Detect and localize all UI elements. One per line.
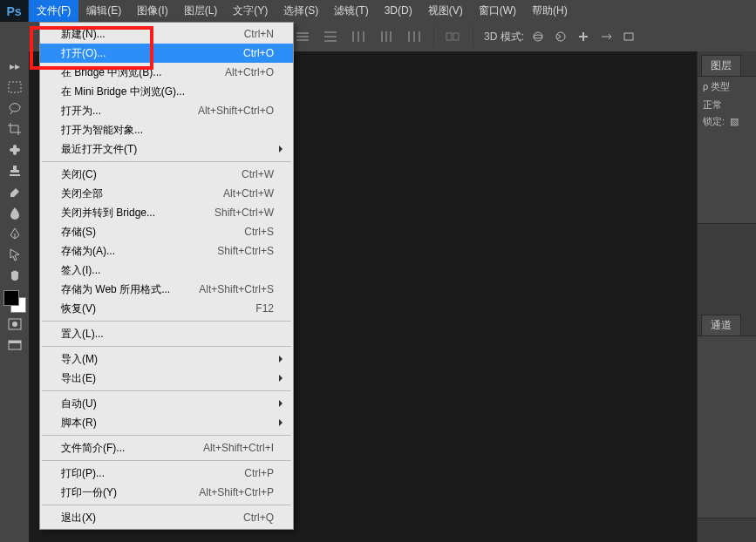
file-menu-item-10[interactable]: 关闭并转到 Bridge...Shift+Ctrl+W: [40, 203, 293, 222]
menu-item-label: 退出(X): [61, 511, 243, 525]
3d-orbit-icon[interactable]: [529, 29, 547, 44]
distribute-right-icon[interactable]: [405, 29, 423, 44]
menu-10[interactable]: 帮助(H): [524, 0, 576, 22]
menu-1[interactable]: 编辑(E): [78, 0, 129, 22]
svg-rect-25: [324, 36, 337, 37]
file-menu-dropdown: 新建(N)...Ctrl+N打开(O)...Ctrl+O在 Bridge 中浏览…: [39, 22, 294, 530]
auto-align-icon[interactable]: [445, 29, 462, 44]
panel-dock: 图层 ρ 类型 正常 锁定: ▧ 通道: [697, 51, 756, 542]
file-menu-item-11[interactable]: 存储(S)Ctrl+S: [40, 222, 293, 241]
lock-label: 锁定:: [703, 115, 725, 128]
file-menu-item-4[interactable]: 打开为...Alt+Shift+Ctrl+O: [40, 101, 293, 120]
svg-point-38: [534, 32, 542, 41]
path-select-tool-icon[interactable]: [3, 245, 26, 264]
svg-rect-29: [363, 31, 364, 42]
stamp-tool-icon[interactable]: [3, 161, 26, 180]
layers-tab[interactable]: 图层: [701, 55, 741, 76]
menu-6[interactable]: 滤镜(T): [326, 0, 376, 22]
menu-0[interactable]: 文件(F): [29, 0, 78, 22]
crop-tool-icon[interactable]: [3, 119, 26, 139]
svg-rect-36: [446, 33, 452, 40]
file-menu-item-0[interactable]: 新建(N)...Ctrl+N: [40, 24, 293, 44]
menu-item-label: 存储为(A)...: [61, 244, 217, 259]
ps-logo: Ps: [0, 0, 29, 22]
file-menu-item-19[interactable]: 导入(M): [40, 349, 293, 369]
layers-panel: 图层 ρ 类型 正常 锁定: ▧: [698, 51, 756, 224]
menu-item-label: 关闭全部: [61, 186, 223, 201]
file-menu-item-28[interactable]: 打印一份(Y)Alt+Shift+Ctrl+P: [40, 483, 293, 502]
menu-item-label: 打开(O)...: [61, 46, 243, 61]
svg-rect-44: [13, 145, 17, 155]
menu-item-label: 文件简介(F)...: [61, 441, 203, 456]
file-menu-item-20[interactable]: 导出(E): [40, 369, 293, 388]
file-menu-item-23[interactable]: 脚本(R): [40, 413, 293, 432]
menu-8[interactable]: 视图(V): [420, 0, 471, 22]
menu-item-shortcut: Ctrl+W: [242, 168, 274, 180]
distribute-hcenter-icon[interactable]: [378, 29, 395, 44]
eraser-tool-icon[interactable]: [3, 182, 26, 201]
menu-separator: [42, 460, 291, 461]
file-menu-item-30[interactable]: 退出(X)Ctrl+Q: [40, 508, 293, 527]
quickmask-tool-icon[interactable]: [3, 315, 26, 334]
menu-2[interactable]: 图像(I): [129, 0, 175, 22]
3d-scale-icon[interactable]: [620, 29, 637, 44]
3d-slide-icon[interactable]: [597, 29, 615, 44]
file-menu-item-15[interactable]: 恢复(V)F12: [40, 299, 293, 318]
file-menu-item-27[interactable]: 打印(P)...Ctrl+P: [40, 464, 293, 483]
menu-separator: [42, 390, 291, 391]
file-menu-item-22[interactable]: 自动(U): [40, 394, 293, 413]
pen-tool-icon[interactable]: [3, 224, 26, 243]
file-menu-item-25[interactable]: 文件简介(F)...Alt+Shift+Ctrl+I: [40, 438, 293, 457]
healing-brush-tool-icon[interactable]: [3, 140, 26, 159]
menu-item-shortcut: Ctrl+Q: [243, 512, 274, 524]
file-menu-item-12[interactable]: 存储为(A)...Shift+Ctrl+S: [40, 241, 293, 261]
file-menu-item-9[interactable]: 关闭全部Alt+Ctrl+W: [40, 184, 293, 203]
svg-rect-28: [358, 31, 359, 42]
menu-item-label: 置入(L)...: [61, 327, 274, 342]
svg-rect-41: [624, 33, 633, 40]
menu-item-label: 存储为 Web 所用格式...: [61, 282, 199, 297]
blend-mode-select[interactable]: 正常: [703, 98, 751, 112]
menu-item-shortcut: Ctrl+O: [243, 47, 274, 59]
3d-roll-icon[interactable]: [552, 29, 569, 44]
file-menu-item-8[interactable]: 关闭(C)Ctrl+W: [40, 165, 293, 184]
separator: [473, 26, 473, 47]
hand-tool-icon[interactable]: [3, 266, 26, 285]
screenmode-tool-icon[interactable]: [3, 335, 26, 355]
lasso-tool-icon[interactable]: [3, 98, 26, 118]
menu-item-label: 打印一份(Y): [61, 485, 199, 500]
distribute-vcenter-icon[interactable]: [294, 29, 311, 44]
file-menu-item-1[interactable]: 打开(O)...Ctrl+O: [40, 44, 293, 63]
foreground-color-swatch[interactable]: [3, 290, 19, 306]
3d-pan-icon[interactable]: [575, 29, 592, 44]
blur-tool-icon[interactable]: [3, 203, 26, 222]
menu-item-label: 导入(M): [61, 352, 274, 367]
menu-4[interactable]: 文字(Y): [225, 0, 276, 22]
file-menu-item-6[interactable]: 最近打开文件(T): [40, 139, 293, 159]
menu-9[interactable]: 窗口(W): [471, 0, 524, 22]
channels-tab[interactable]: 通道: [701, 315, 741, 335]
file-menu-item-14[interactable]: 存储为 Web 所用格式...Alt+Shift+Ctrl+S: [40, 280, 293, 299]
tool-strip: ▸▸: [0, 51, 30, 542]
file-menu-item-17[interactable]: 置入(L)...: [40, 324, 293, 343]
svg-rect-35: [419, 31, 420, 42]
file-menu-item-5[interactable]: 打开为智能对象...: [40, 120, 293, 139]
menu-5[interactable]: 选择(S): [276, 0, 326, 22]
file-menu-item-3[interactable]: 在 Mini Bridge 中浏览(G)...: [40, 82, 293, 101]
lock-transparent-icon[interactable]: ▧: [728, 116, 740, 128]
file-menu-item-13[interactable]: 签入(I)...: [40, 261, 293, 280]
menu-item-shortcut: Alt+Shift+Ctrl+S: [199, 283, 274, 295]
color-swatches[interactable]: [3, 290, 26, 313]
menu-7[interactable]: 3D(D): [377, 0, 420, 22]
marquee-tool-icon[interactable]: [3, 78, 26, 97]
distribute-bottom-icon[interactable]: [322, 29, 339, 44]
photoshop-window: Ps 文件(F)编辑(E)图像(I)图层(L)文字(Y)选择(S)滤镜(T)3D…: [0, 0, 756, 542]
menu-item-shortcut: Alt+Shift+Ctrl+I: [203, 442, 274, 454]
distribute-left-icon[interactable]: [350, 29, 367, 44]
menu-separator: [42, 346, 291, 347]
menu-item-shortcut: F12: [255, 302, 274, 315]
file-menu-item-2[interactable]: 在 Bridge 中浏览(B)...Alt+Ctrl+O: [40, 63, 293, 82]
menu-3[interactable]: 图层(L): [176, 0, 226, 22]
expand-handle-icon[interactable]: ▸▸: [3, 57, 26, 76]
svg-rect-37: [453, 33, 459, 40]
